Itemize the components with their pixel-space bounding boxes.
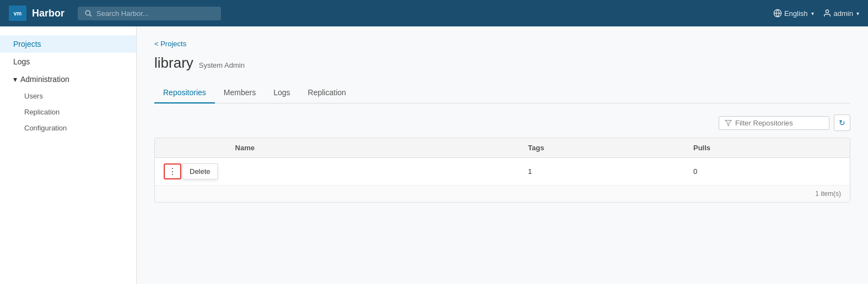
refresh-icon: ↻ xyxy=(839,118,845,127)
tab-replication[interactable]: Replication xyxy=(299,83,355,103)
sidebar: Projects Logs ▾ Administration Users Rep… xyxy=(0,26,137,284)
sidebar-item-users[interactable]: Users xyxy=(0,88,136,104)
search-input[interactable] xyxy=(96,9,207,18)
table-header: Name Tags Pulls xyxy=(155,138,850,158)
layout: Projects Logs ▾ Administration Users Rep… xyxy=(0,26,868,284)
col-header-pulls: Pulls xyxy=(684,138,850,158)
sidebar-item-logs[interactable]: Logs xyxy=(0,53,136,70)
table-row: ⋮ Delete 1 0 xyxy=(155,158,850,185)
user-icon xyxy=(823,9,832,18)
search-icon xyxy=(84,9,92,17)
row-name-cell xyxy=(227,158,519,185)
page-subtitle: System Admin xyxy=(199,61,245,69)
top-nav: vm Harbor English ▾ admin ▾ xyxy=(0,0,868,26)
col-header-action xyxy=(155,138,227,158)
filter-input[interactable] xyxy=(735,119,823,127)
page-header: library System Admin xyxy=(154,54,850,72)
tab-members[interactable]: Members xyxy=(215,83,265,103)
lang-chevron-icon: ▾ xyxy=(811,10,814,17)
breadcrumb[interactable]: < Projects xyxy=(154,40,850,48)
sidebar-administration-label: Administration xyxy=(20,75,69,84)
table-footer: 1 item(s) xyxy=(155,185,850,202)
row-action-area: ⋮ Delete xyxy=(164,163,218,179)
delete-menu-item[interactable]: Delete xyxy=(182,163,218,179)
sidebar-item-projects[interactable]: Projects xyxy=(0,35,136,53)
table-body: ⋮ Delete 1 0 xyxy=(155,158,850,185)
col-header-name: Name xyxy=(227,138,519,158)
app-logo: vm Harbor xyxy=(9,6,64,21)
user-label: admin xyxy=(834,9,853,18)
row-tags-cell: 1 xyxy=(519,158,684,185)
user-chevron-icon: ▾ xyxy=(856,10,859,17)
svg-line-1 xyxy=(90,15,91,17)
filter-icon xyxy=(725,119,732,127)
filter-input-wrapper[interactable] xyxy=(719,116,829,130)
language-selector[interactable]: English ▾ xyxy=(773,9,814,18)
refresh-button[interactable]: ↻ xyxy=(834,114,850,131)
row-action-cell: ⋮ Delete xyxy=(155,158,227,185)
sidebar-item-configuration-label: Configuration xyxy=(24,124,67,132)
svg-point-4 xyxy=(826,10,828,13)
logo-box: vm xyxy=(9,6,26,21)
app-title: Harbor xyxy=(32,8,64,19)
row-action-button[interactable]: ⋮ xyxy=(164,163,181,179)
language-label: English xyxy=(784,9,808,18)
tabs: Repositories Members Logs Replication xyxy=(154,83,850,103)
sidebar-item-replication[interactable]: Replication xyxy=(0,104,136,120)
chevron-right-icon: ▾ xyxy=(13,75,17,84)
svg-point-0 xyxy=(85,10,90,15)
col-header-tags: Tags xyxy=(519,138,684,158)
sidebar-item-projects-label: Projects xyxy=(13,40,41,48)
sidebar-item-users-label: Users xyxy=(24,92,43,100)
tab-logs[interactable]: Logs xyxy=(265,83,299,103)
nav-right: English ▾ admin ▾ xyxy=(773,9,859,18)
page-title: library xyxy=(154,54,193,72)
search-box[interactable] xyxy=(78,7,221,20)
repositories-table: Name Tags Pulls ⋮ xyxy=(155,138,850,185)
toolbar: ↻ xyxy=(154,114,850,131)
globe-icon xyxy=(773,9,782,18)
sidebar-item-configuration[interactable]: Configuration xyxy=(0,120,136,136)
sidebar-item-logs-label: Logs xyxy=(13,57,30,66)
main-content: < Projects library System Admin Reposito… xyxy=(137,26,868,284)
svg-marker-5 xyxy=(725,120,731,125)
sidebar-administration-toggle[interactable]: ▾ Administration xyxy=(0,70,136,88)
user-menu[interactable]: admin ▾ xyxy=(823,9,859,18)
tab-repositories[interactable]: Repositories xyxy=(154,83,215,103)
sidebar-item-replication-label: Replication xyxy=(24,108,60,116)
repositories-table-wrapper: Name Tags Pulls ⋮ xyxy=(154,138,850,203)
row-pulls-cell: 0 xyxy=(684,158,850,185)
